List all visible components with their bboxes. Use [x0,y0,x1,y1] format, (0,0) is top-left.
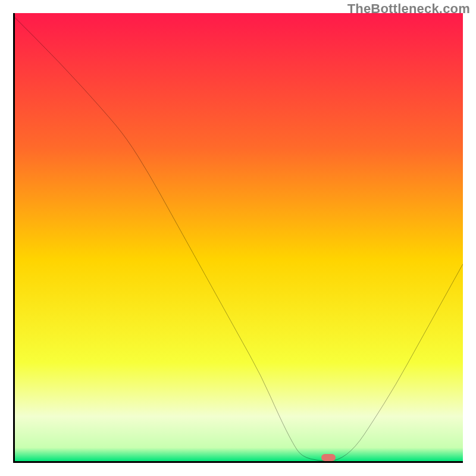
watermark-text: TheBottleneck.com [347,1,470,17]
plot-area [13,13,463,463]
optimal-marker [321,454,336,461]
chart-container: TheBottleneck.com [0,0,476,476]
bottleneck-curve-path [13,13,463,461]
bottleneck-curve-svg [15,13,463,461]
